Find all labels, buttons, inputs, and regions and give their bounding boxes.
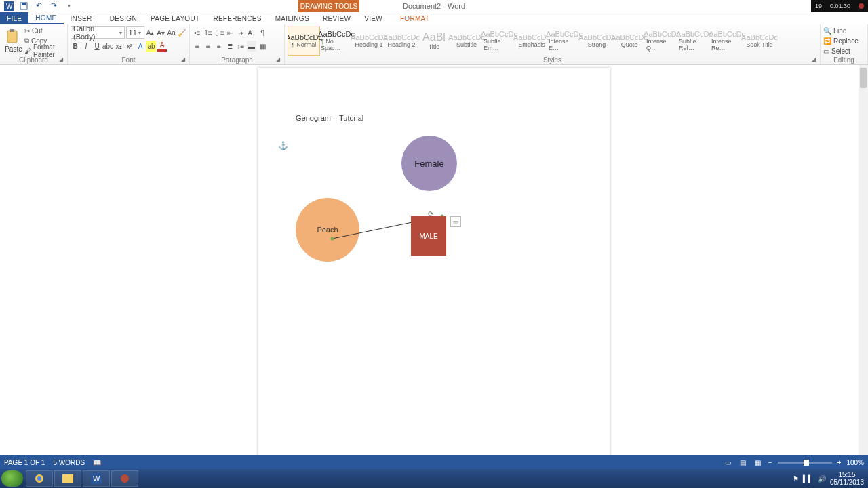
tab-view[interactable]: VIEW xyxy=(357,12,389,24)
view-print-layout[interactable]: ▤ xyxy=(738,458,748,467)
shading-button[interactable]: ▬ xyxy=(247,41,256,52)
font-dialog-launcher[interactable]: ◢ xyxy=(181,56,188,63)
tab-references[interactable]: REFERENCES xyxy=(206,12,268,24)
paragraph-dialog-launcher[interactable]: ◢ xyxy=(276,56,283,63)
highlight-button[interactable]: ab xyxy=(146,41,156,52)
layout-options-button[interactable]: ▭ xyxy=(450,216,461,227)
zoom-level[interactable]: 100% xyxy=(846,459,864,466)
font-name-combo[interactable]: Calibri (Body)▾ xyxy=(71,26,125,39)
style-item-1[interactable]: AaBbCcDc¶ No Spac… xyxy=(320,26,353,56)
style-item-6[interactable]: AaBbCcDcSubtle Em… xyxy=(483,26,515,56)
vertical-scrollbar[interactable] xyxy=(859,65,868,474)
style-item-7[interactable]: AaBbCcDcEmphasis xyxy=(515,26,548,56)
page[interactable]: Genogram – Tutorial ⚓ Female Peach MALE … xyxy=(258,68,610,474)
tab-file[interactable]: FILE xyxy=(0,12,28,24)
tray-network-icon[interactable]: ▍▍ xyxy=(803,475,814,483)
font-size-combo[interactable]: 11▾ xyxy=(126,26,144,39)
styles-gallery[interactable]: AaBbCcDc¶ NormalAaBbCcDc¶ No Spac…AaBbCc… xyxy=(288,26,817,56)
multilevel-button[interactable]: ⋮≡ xyxy=(214,27,224,38)
line-spacing-button[interactable]: ↕≡ xyxy=(236,41,245,52)
zoom-out-button[interactable]: − xyxy=(768,459,772,466)
shrink-font-button[interactable]: A▾ xyxy=(156,27,165,38)
numbering-button[interactable]: 1≡ xyxy=(203,27,213,38)
proofing-icon[interactable]: 📖 xyxy=(93,459,101,466)
replace-button[interactable]: 🔁Replace xyxy=(823,36,865,45)
style-item-8[interactable]: AaBbCcDcIntense E… xyxy=(548,26,580,56)
tray-volume-icon[interactable]: 🔊 xyxy=(818,475,826,483)
find-button[interactable]: 🔍Find xyxy=(823,26,865,35)
style-item-12[interactable]: AaBbCcDcSubtle Ref… xyxy=(678,26,711,56)
subscript-button[interactable]: x₂ xyxy=(114,41,123,52)
style-item-10[interactable]: AaBbCcDcQuote xyxy=(613,26,646,56)
borders-button[interactable]: ▦ xyxy=(258,41,267,52)
align-left-button[interactable]: ≡ xyxy=(193,41,202,52)
binoculars-icon: 🔍 xyxy=(823,27,831,35)
select-button[interactable]: ▭Select xyxy=(823,46,865,56)
taskbar-word[interactable]: W xyxy=(83,470,110,487)
tab-home[interactable]: HOME xyxy=(28,12,63,24)
word-app-icon[interactable]: W xyxy=(3,1,15,12)
change-case-button[interactable]: Aa xyxy=(167,27,176,38)
style-item-9[interactable]: AaBbCcDcStrong xyxy=(580,26,613,56)
style-item-13[interactable]: AaBbCcDcIntense Re… xyxy=(711,26,743,56)
taskbar-chrome[interactable] xyxy=(26,470,53,487)
align-right-button[interactable]: ≡ xyxy=(214,41,224,52)
style-item-3[interactable]: AaBbCcDcHeading 2 xyxy=(385,26,418,56)
qat-customize-icon[interactable]: ▾ xyxy=(62,1,75,12)
tab-mailings[interactable]: MAILINGS xyxy=(269,12,316,24)
tab-format[interactable]: FORMAT xyxy=(393,12,436,24)
document-area[interactable]: Genogram – Tutorial ⚓ Female Peach MALE … xyxy=(0,65,868,474)
connector-line[interactable] xyxy=(258,68,610,339)
bold-button[interactable]: B xyxy=(71,41,80,52)
clipboard-dialog-launcher[interactable]: ◢ xyxy=(59,56,66,63)
styles-dialog-launcher[interactable]: ◢ xyxy=(812,56,818,63)
style-item-11[interactable]: AaBbCcDcIntense Q… xyxy=(646,26,678,56)
superscript-button[interactable]: x² xyxy=(125,41,134,52)
font-color-button[interactable]: A xyxy=(157,41,167,52)
recorder-fps: 19 xyxy=(815,3,822,9)
undo-icon[interactable]: ↶ xyxy=(33,1,45,12)
increase-indent-button[interactable]: ⇥ xyxy=(236,27,245,38)
justify-button[interactable]: ≣ xyxy=(225,41,235,52)
status-page[interactable]: PAGE 1 OF 1 xyxy=(4,459,45,466)
decrease-indent-button[interactable]: ⇤ xyxy=(225,27,235,38)
style-item-14[interactable]: AaBbCcDcBook Title xyxy=(743,26,776,56)
text-effects-button[interactable]: A xyxy=(136,41,145,52)
bullets-button[interactable]: •≡ xyxy=(193,27,202,38)
strike-button[interactable]: abc xyxy=(103,41,113,52)
cut-button[interactable]: ✂Cut xyxy=(24,26,67,35)
style-item-0[interactable]: AaBbCcDc¶ Normal xyxy=(288,26,320,56)
align-center-button[interactable]: ≡ xyxy=(203,41,213,52)
start-button[interactable] xyxy=(1,470,23,487)
clear-formatting-button[interactable]: 🧹 xyxy=(177,27,186,38)
redo-icon[interactable]: ↷ xyxy=(47,1,60,12)
tab-insert[interactable]: INSERT xyxy=(64,12,103,24)
taskbar-recorder[interactable] xyxy=(111,470,138,487)
style-item-5[interactable]: AaBbCcDcSubtitle xyxy=(450,26,483,56)
format-painter-button[interactable]: 🖌Format Painter xyxy=(24,46,67,56)
grow-font-button[interactable]: A▴ xyxy=(146,27,155,38)
shape-male-rect[interactable]: MALE xyxy=(411,216,446,256)
sort-button[interactable]: A↓ xyxy=(247,27,256,38)
rotate-handle-icon[interactable]: ⟳ xyxy=(427,210,434,217)
paste-button[interactable]: Paste xyxy=(3,26,24,56)
style-item-4[interactable]: AaBlTitle xyxy=(418,26,450,56)
tab-review[interactable]: REVIEW xyxy=(316,12,357,24)
status-words[interactable]: 5 WORDS xyxy=(53,459,85,466)
underline-button[interactable]: U xyxy=(92,41,102,52)
save-icon[interactable] xyxy=(18,1,30,12)
tray-clock[interactable]: 15:15 05/11/2013 xyxy=(830,471,864,486)
italic-button[interactable]: I xyxy=(81,41,91,52)
tab-page-layout[interactable]: PAGE LAYOUT xyxy=(144,12,206,24)
taskbar-explorer[interactable] xyxy=(54,470,81,487)
tray-flag-icon[interactable]: ⚑ xyxy=(793,475,799,483)
tab-design[interactable]: DESIGN xyxy=(103,12,144,24)
scrollbar-thumb[interactable] xyxy=(860,68,867,88)
view-read-mode[interactable]: ▭ xyxy=(724,458,733,467)
zoom-in-button[interactable]: + xyxy=(837,459,842,466)
zoom-slider-knob[interactable] xyxy=(804,460,809,466)
view-web-layout[interactable]: ▦ xyxy=(753,458,763,467)
show-marks-button[interactable]: ¶ xyxy=(258,27,267,38)
zoom-slider[interactable] xyxy=(778,462,832,464)
style-item-2[interactable]: AaBbCcDcHeading 1 xyxy=(353,26,385,56)
